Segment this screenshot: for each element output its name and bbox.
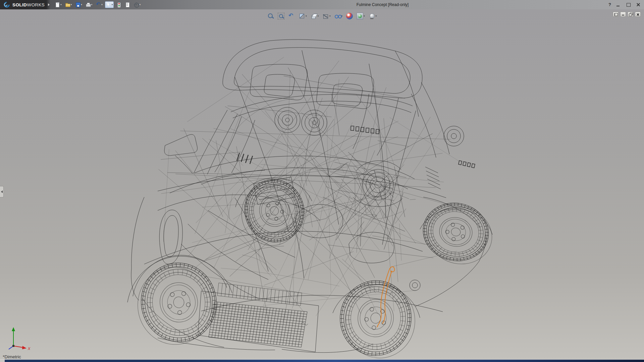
edit-appearance-button[interactable] <box>345 12 354 20</box>
window-controls: ? <box>608 0 641 9</box>
file-properties-icon <box>125 2 130 7</box>
dropdown-arrow-icon[interactable]: ▾ <box>91 3 93 6</box>
heads-up-view-toolbar: ▾▾▾▾▾▾ <box>267 12 377 20</box>
display-style-icon <box>322 13 329 19</box>
undo-button[interactable]: ▾ <box>95 1 104 8</box>
title-bar: SOLIDWORKS ▾▾▾▾▾▾▾ Fulmine Concept [Read… <box>0 0 644 9</box>
previous-view-button[interactable] <box>287 12 296 20</box>
dropdown-arrow-icon[interactable]: ▾ <box>317 15 319 17</box>
dropdown-arrow-icon[interactable]: ▾ <box>306 15 307 17</box>
triad-x-label: X <box>28 347 31 351</box>
maximize-window-button[interactable] <box>625 2 631 7</box>
options-gear-button[interactable]: ▾ <box>132 1 142 8</box>
dropdown-arrow-icon[interactable]: ▾ <box>139 3 141 6</box>
hide-show-items-icon <box>334 13 341 19</box>
section-view-icon <box>299 13 305 19</box>
help-button[interactable]: ? <box>608 2 611 7</box>
edit-appearance-icon <box>346 13 353 19</box>
solidworks-window: SOLIDWORKS ▾▾▾▾▾▾▾ Fulmine Concept [Read… <box>0 0 644 362</box>
application-logo: SOLIDWORKS <box>0 0 47 9</box>
apply-scene-button[interactable]: ▾ <box>356 12 366 20</box>
print-button[interactable]: ▾ <box>85 1 94 8</box>
hide-show-items-button[interactable]: ▾ <box>334 12 343 20</box>
section-view-button[interactable]: ▾ <box>298 12 308 20</box>
rebuild-button[interactable] <box>115 1 122 8</box>
options-gear-icon <box>133 2 139 7</box>
view-settings-button[interactable]: ▾ <box>368 12 378 20</box>
zoom-to-area-icon <box>278 13 284 19</box>
view-orientation-label: *Dimetric <box>3 354 21 359</box>
file-properties-button[interactable] <box>124 1 131 8</box>
orientation-triad: X <box>3 322 33 352</box>
task-pane-collapse-tab[interactable] <box>0 186 4 197</box>
document-window-controls <box>613 12 641 17</box>
dropdown-arrow-icon[interactable]: ▾ <box>81 3 82 6</box>
minimize-document-button[interactable] <box>620 12 626 17</box>
open-folder-icon <box>65 2 70 7</box>
dropdown-arrow-icon[interactable]: ▾ <box>71 3 72 6</box>
construction-lines-and-wheels <box>131 57 498 359</box>
view-settings-icon <box>369 13 375 19</box>
rebuild-icon <box>116 2 121 7</box>
3ds-logo-icon <box>3 2 11 8</box>
menu-expand-arrow-icon[interactable] <box>48 3 50 6</box>
dropdown-arrow-icon[interactable]: ▾ <box>376 15 377 17</box>
view-orientation-button[interactable]: ▾ <box>310 12 319 20</box>
undo-icon <box>96 2 101 7</box>
print-icon <box>86 2 91 7</box>
zoom-to-area-button[interactable] <box>277 12 285 20</box>
close-window-button[interactable] <box>635 2 641 7</box>
minimize-window-button[interactable] <box>615 2 621 7</box>
view-orientation-icon <box>310 13 317 19</box>
zoom-to-fit-icon <box>267 13 274 19</box>
dropdown-arrow-icon[interactable]: ▾ <box>60 3 62 6</box>
close-document-button[interactable] <box>635 12 641 17</box>
document-title: Fulmine Concept [Read-only] <box>357 2 409 7</box>
apply-scene-icon <box>357 13 363 19</box>
zoom-to-fit-button[interactable] <box>267 12 275 20</box>
open-folder-button[interactable]: ▾ <box>64 1 73 8</box>
dropdown-arrow-icon[interactable]: ▾ <box>329 15 331 17</box>
save-button[interactable]: ▾ <box>74 1 83 8</box>
select-cursor-icon <box>106 2 111 7</box>
new-document-icon <box>55 2 60 7</box>
car-body-wireframe <box>127 40 492 353</box>
dock-pane-button[interactable] <box>613 12 619 17</box>
dropdown-arrow-icon[interactable]: ▾ <box>364 15 365 17</box>
selected-sketch-spline[interactable] <box>377 267 394 327</box>
graphics-viewport[interactable]: ▾▾▾▾▾▾ X *Dimetric <box>0 9 644 359</box>
dropdown-arrow-icon[interactable]: ▾ <box>101 3 103 6</box>
previous-view-icon <box>288 13 295 19</box>
car-wireframe-canvas[interactable] <box>0 9 644 359</box>
quick-access-toolbar: ▾▾▾▾▾▾▾ <box>54 1 142 8</box>
status-bar <box>0 359 644 362</box>
select-cursor-button[interactable]: ▾ <box>105 1 114 8</box>
save-icon <box>75 2 80 7</box>
new-document-button[interactable]: ▾ <box>54 1 63 8</box>
display-style-button[interactable]: ▾ <box>322 12 331 20</box>
restore-document-button[interactable] <box>628 12 633 17</box>
dropdown-arrow-icon[interactable]: ▾ <box>112 3 113 6</box>
brand-wordmark: SOLIDWORKS <box>12 2 45 7</box>
